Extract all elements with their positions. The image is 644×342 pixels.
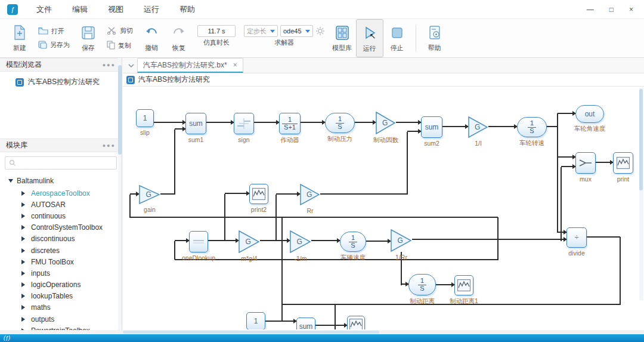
block-brake-pressure[interactable]: 1S [325, 113, 355, 133]
signal-wire[interactable] [320, 193, 407, 195]
block-inv-rr[interactable]: G [391, 229, 412, 252]
signal-wire[interactable] [208, 240, 239, 241]
play-button[interactable]: 运行↖ [356, 19, 383, 57]
block-slip-const[interactable]: 1 [136, 109, 154, 127]
block-wheel-speed[interactable]: 1S [517, 117, 547, 137]
signal-wire[interactable] [557, 113, 558, 233]
signal-wire[interactable] [407, 132, 408, 195]
tree-collapse-icon[interactable] [21, 317, 27, 322]
signal-wire[interactable] [547, 126, 558, 127]
library-item-logicOperations[interactable]: logicOperations [0, 279, 122, 291]
library-root-item[interactable]: Baltamulink [0, 174, 122, 187]
maximize-button[interactable]: □ [609, 5, 614, 14]
signal-wire[interactable] [175, 259, 498, 260]
block-mux[interactable] [575, 152, 596, 174]
block-gain[interactable]: G [139, 185, 160, 204]
signal-wire[interactable] [275, 195, 277, 241]
menu-视图[interactable]: 视图 [98, 5, 134, 14]
sidebar-scrollbar-thumb[interactable] [118, 65, 122, 155]
signal-wire[interactable] [129, 195, 131, 218]
tab-list-chevron-icon[interactable] [125, 58, 137, 73]
horizontal-scrollbar-thumb[interactable] [123, 331, 379, 334]
menu-编辑[interactable]: 编辑 [62, 5, 98, 14]
library-item-AerospaceToolbox[interactable]: AerospaceToolbox [0, 187, 122, 199]
signal-wire[interactable] [160, 193, 175, 195]
undo-button[interactable]: 撤销 [138, 19, 165, 57]
menu-帮助[interactable]: 帮助 [169, 5, 205, 14]
tree-collapse-icon[interactable] [21, 260, 27, 264]
tree-collapse-icon[interactable] [21, 191, 27, 196]
save-as-button[interactable]: 另存为 [38, 41, 70, 50]
block-const-1b[interactable]: 1 [246, 312, 265, 329]
minimize-button[interactable]: — [587, 5, 594, 14]
block-inv-inertia[interactable]: G [468, 116, 488, 138]
signal-wire[interactable] [174, 130, 175, 195]
save-button[interactable]: 保存 [75, 19, 102, 57]
tab-model[interactable]: 汽车ABS控制方法研究.bx* × [137, 58, 243, 73]
block-sum-b[interactable]: sum [296, 318, 315, 329]
signal-wire[interactable] [366, 241, 391, 242]
block-print-b[interactable] [347, 316, 365, 329]
model-browser-item[interactable]: 汽车ABS控制方法研究 [0, 72, 122, 87]
signal-wire[interactable] [315, 325, 347, 326]
block-print2[interactable] [249, 184, 268, 204]
library-item-outputs[interactable]: outputs [0, 313, 122, 325]
block-neg-inv-m[interactable]: G [290, 230, 311, 253]
horizontal-scrollbar[interactable] [0, 330, 644, 334]
redo-button[interactable]: 恢复 [165, 19, 193, 57]
block-vehicle-speed[interactable]: 1S [340, 232, 366, 252]
tree-collapse-icon[interactable] [21, 225, 27, 230]
block-rr[interactable]: G [300, 184, 320, 205]
signal-wire[interactable] [301, 122, 325, 123]
signal-wire[interactable] [281, 217, 283, 322]
block-brake-distance[interactable]: 1S [408, 274, 436, 295]
signal-wire[interactable] [561, 167, 562, 241]
signal-wire[interactable] [311, 240, 340, 241]
signal-wire[interactable] [442, 126, 468, 127]
step-mode-dropdown[interactable]: 定步长 [244, 25, 278, 37]
copy-button[interactable]: 复制 [107, 41, 133, 51]
canvas-scrollbar[interactable] [639, 88, 643, 300]
library-item-continuous[interactable]: continuous [0, 210, 122, 221]
close-button[interactable]: × [629, 5, 633, 14]
stop-button[interactable]: 停止 [383, 19, 411, 57]
scissors-button[interactable]: 剪切 [107, 26, 133, 36]
signal-wire[interactable] [412, 239, 566, 240]
signal-wire[interactable] [587, 236, 620, 238]
folder-open-button[interactable]: 打开 [38, 27, 70, 36]
library-search[interactable] [5, 156, 117, 170]
block-sign[interactable] [234, 113, 254, 134]
signal-wire[interactable] [130, 217, 498, 218]
block-onedlookup[interactable] [189, 231, 208, 252]
gear-icon[interactable] [315, 26, 325, 36]
tree-collapse-icon[interactable] [21, 271, 27, 276]
block-divide[interactable]: ÷ [566, 227, 587, 248]
library-button[interactable]: 模型库 [329, 19, 356, 57]
signal-wire[interactable] [396, 122, 421, 123]
menu-文件[interactable]: 文件 [26, 5, 62, 14]
signal-wire[interactable] [225, 193, 249, 194]
canvas-scrollbar-thumb[interactable] [639, 89, 643, 190]
signal-wire[interactable] [254, 122, 279, 123]
file-new-button[interactable]: 新建 [6, 19, 33, 57]
help-button[interactable]: 帮助 [421, 19, 448, 57]
block-brake-distance1[interactable] [454, 275, 473, 295]
tab-close-icon[interactable]: × [233, 61, 237, 69]
tree-collapse-icon[interactable] [21, 202, 27, 207]
signal-wire[interactable] [260, 240, 290, 241]
tree-collapse-icon[interactable] [21, 214, 27, 218]
block-out[interactable]: out [575, 105, 604, 123]
tree-collapse-icon[interactable] [21, 305, 27, 310]
tree-collapse-icon[interactable] [21, 294, 27, 298]
block-mg4[interactable]: G [239, 230, 260, 253]
menu-运行[interactable]: 运行 [134, 5, 169, 14]
signal-wire[interactable] [206, 122, 234, 123]
library-item-inputs[interactable]: inputs [0, 267, 122, 279]
library-item-FMU ToolBox[interactable]: FMU ToolBox [0, 256, 122, 267]
library-item-AUTOSAR[interactable]: AUTOSAR [0, 199, 122, 210]
sidebar-scrollbar[interactable] [118, 58, 122, 330]
diagram-canvas[interactable]: 1slipsumsum1sign1S+1作动器1S制动压力 G制动因数sumsu… [123, 87, 644, 329]
library-item-ControlSystemToolbox[interactable]: ControlSystemToolbox [0, 222, 122, 233]
library-item-PowertrainToolbox[interactable]: PowertrainToolbox [0, 325, 122, 330]
library-item-maths[interactable]: maths [0, 302, 122, 313]
